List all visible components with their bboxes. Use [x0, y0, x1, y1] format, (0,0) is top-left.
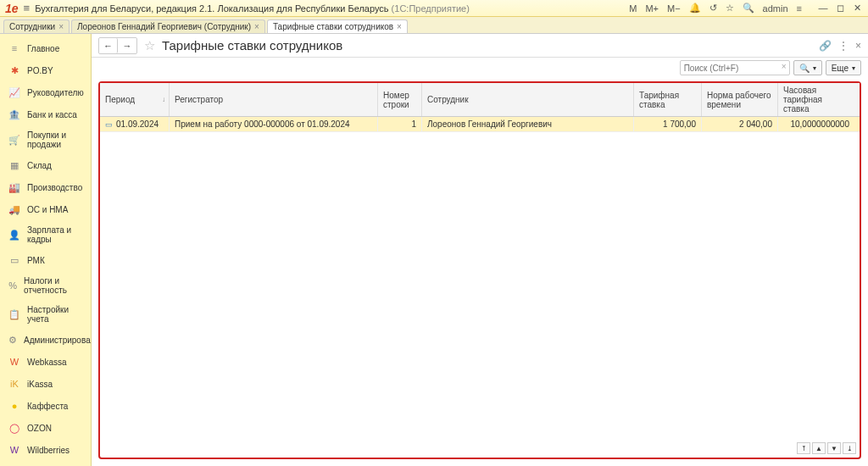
sidebar-item-label: Банк и касса — [27, 110, 77, 119]
nav-forward-button[interactable]: → — [118, 38, 136, 53]
sidebar-icon: 🏭 — [8, 181, 20, 193]
sidebar-item[interactable]: WWebkassa — [0, 351, 91, 373]
scale-m-minus[interactable]: M− — [667, 3, 681, 14]
sidebar-icon: W — [8, 356, 20, 368]
sidebar-item-label: Wildberries — [27, 446, 70, 455]
grid-up-button[interactable]: ▲ — [812, 442, 826, 454]
col-period[interactable]: Период↓ — [100, 83, 170, 116]
sidebar-item-label: РМК — [27, 256, 45, 265]
sidebar-item[interactable]: iKiKassa — [0, 373, 91, 395]
search-icon[interactable]: 🔍 — [743, 3, 754, 14]
sidebar-item[interactable]: ✱PO.BY — [0, 59, 91, 81]
sidebar-item-label: Производство — [27, 183, 82, 192]
sidebar-icon: ≡ — [8, 42, 20, 54]
tab-close-icon[interactable]: × — [397, 22, 402, 31]
sidebar-item[interactable]: 👤Зарплата и кадры — [0, 220, 91, 249]
sidebar-item[interactable]: %Налоги и отчетность — [0, 271, 91, 300]
sidebar-icon: % — [8, 280, 17, 291]
history-icon[interactable]: ↺ — [709, 3, 717, 14]
sidebar-icon: 👤 — [8, 229, 20, 241]
sidebar-icon: 📋 — [8, 308, 20, 320]
sidebar-item-label: Покупки и продажи — [27, 130, 82, 149]
tab-close-icon[interactable]: × — [58, 22, 64, 31]
scale-m-plus[interactable]: M+ — [645, 3, 659, 14]
sidebar-item[interactable]: ▭РМК — [0, 249, 91, 271]
sidebar-icon: 🏦 — [8, 108, 20, 120]
col-row-num[interactable]: Номер строки — [378, 83, 422, 116]
sidebar-item[interactable]: ◯OZON — [0, 417, 91, 439]
sidebar-icon: 🚚 — [8, 203, 20, 215]
col-hourly[interactable]: Часовая тарифная ставка — [778, 83, 854, 116]
sidebar-icon: 📈 — [8, 86, 20, 98]
col-registrar[interactable]: Регистратор — [170, 83, 378, 116]
more-button[interactable]: Еще — [826, 60, 861, 75]
sidebar-item[interactable]: 📈Руководителю — [0, 81, 91, 103]
col-rate[interactable]: Тарифная ставка — [634, 83, 702, 116]
sidebar-icon: ✱ — [8, 64, 20, 76]
sidebar-item-label: iKassa — [27, 380, 53, 389]
sidebar-icon: W — [8, 444, 20, 456]
sidebar-icon: ⚙ — [8, 334, 17, 346]
sidebar-item[interactable]: 🛒Покупки и продажи — [0, 125, 91, 154]
close-page-icon[interactable]: × — [855, 40, 861, 52]
favorite-icon[interactable]: ☆ — [726, 3, 734, 14]
favorite-star-icon[interactable]: ☆ — [144, 38, 155, 53]
col-norm[interactable]: Норма рабочего времени — [702, 83, 778, 116]
tab-close-icon[interactable]: × — [254, 22, 259, 31]
settings-bars-icon[interactable]: ≡ — [797, 3, 802, 14]
search-dropdown-button[interactable]: 🔍 — [793, 60, 822, 75]
sidebar-item-label: Налоги и отчетность — [24, 276, 82, 295]
sidebar-item-label: Главное — [27, 44, 59, 53]
sidebar-icon: ● — [8, 400, 20, 412]
sidebar-item[interactable]: 🚚ОС и НМА — [0, 198, 91, 220]
sidebar-icon: ◯ — [8, 422, 20, 434]
sidebar-item[interactable]: WWildberries — [0, 439, 91, 461]
sidebar-item-label: Webkassa — [27, 358, 67, 367]
sidebar-item-label: Руководителю — [27, 88, 84, 97]
page-title: Тарифные ставки сотрудников — [162, 38, 342, 53]
sidebar-item[interactable]: ▦Склад — [0, 154, 91, 176]
col-employee[interactable]: Сотрудник — [422, 83, 634, 116]
grid-bottom-button[interactable]: ⤓ — [843, 442, 856, 454]
tab-tariff-rates[interactable]: Тарифные ставки сотрудников× — [267, 19, 408, 33]
kebab-icon[interactable]: ⋮ — [838, 40, 849, 52]
app-title: Бухгалтерия для Беларуси, редакция 2.1. … — [35, 3, 470, 14]
sidebar-item-label: Настройки учета — [27, 305, 82, 324]
sidebar-item[interactable]: 🏦Банк и касса — [0, 103, 91, 125]
link-icon[interactable]: 🔗 — [819, 40, 832, 52]
grid-down-button[interactable]: ▼ — [827, 442, 841, 454]
sidebar-item[interactable]: 📋Настройки учета — [0, 300, 91, 329]
grid-top-button[interactable]: ⤒ — [797, 442, 810, 454]
sidebar-icon: 🛒 — [8, 134, 20, 146]
sidebar-item[interactable]: ⚙Администрирование — [0, 329, 91, 351]
sidebar-item[interactable]: ≡Главное — [0, 37, 91, 59]
sidebar-icon: ▦ — [8, 159, 20, 171]
sidebar-item[interactable]: 🏭Производство — [0, 176, 91, 198]
sidebar-item[interactable]: ●Каффеста — [0, 395, 91, 417]
table-row[interactable]: ▭01.09.2024 Прием на работу 0000-000006 … — [100, 117, 860, 132]
maximize-icon[interactable]: ◻ — [834, 3, 846, 14]
toolbar: × 🔍 Еще — [92, 58, 868, 78]
close-icon[interactable]: ✕ — [851, 3, 863, 14]
bell-icon[interactable]: 🔔 — [689, 3, 701, 14]
search-input[interactable] — [680, 60, 790, 75]
nav-back-button[interactable]: ← — [99, 38, 118, 53]
sidebar-item-label: Склад — [27, 161, 52, 170]
tab-employee-card[interactable]: Лореонов Геннадий Георгиевич (Сотрудник)… — [71, 19, 265, 33]
user-label[interactable]: admin — [763, 3, 788, 14]
clear-search-icon[interactable]: × — [782, 62, 787, 71]
sidebar-icon: ▭ — [8, 254, 20, 266]
sidebar-item-label: PO.BY — [27, 66, 53, 75]
minimize-icon[interactable]: — — [817, 3, 829, 14]
logo-1c: 1e — [5, 2, 19, 15]
tab-employees[interactable]: Сотрудники× — [3, 19, 70, 33]
scale-m[interactable]: M — [629, 3, 637, 14]
sidebar-item-label: Зарплата и кадры — [27, 225, 82, 244]
data-grid: Период↓ Регистратор Номер строки Сотрудн… — [98, 81, 861, 459]
sort-asc-icon: ↓ — [162, 96, 165, 103]
record-icon: ▭ — [105, 120, 113, 129]
sidebar-icon: iK — [8, 378, 20, 390]
main-menu-icon[interactable]: ≡ — [24, 2, 31, 14]
sidebar-item-label: OZON — [27, 424, 52, 433]
page-topbar: ← → ☆ Тарифные ставки сотрудников 🔗 ⋮ × — [92, 34, 868, 58]
